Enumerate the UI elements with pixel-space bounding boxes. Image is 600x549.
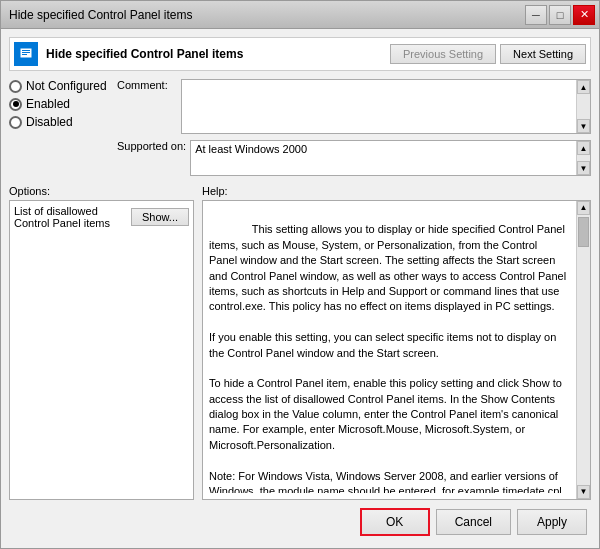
next-setting-button[interactable]: Next Setting <box>500 44 586 64</box>
right-panels: Comment: ▲ ▼ Supported on: <box>117 79 591 176</box>
title-bar: Hide specified Control Panel items ─ □ ✕ <box>1 1 599 29</box>
help-panel-label-wrapper: Help: <box>202 184 591 198</box>
not-configured-radio[interactable]: Not Configured <box>9 79 109 93</box>
help-panel: This setting allows you to display or hi… <box>202 200 591 500</box>
header-title: Hide specified Control Panel items <box>46 47 390 61</box>
not-configured-circle <box>9 80 22 93</box>
policy-icon <box>14 42 38 66</box>
enabled-label: Enabled <box>26 97 70 111</box>
options-content: List of disallowed Control Panel items S… <box>9 200 194 500</box>
show-button[interactable]: Show... <box>131 208 189 226</box>
supported-scroll-down[interactable]: ▼ <box>577 161 590 175</box>
main-body: Not Configured Enabled Disabled C <box>9 79 591 500</box>
options-panel: List of disallowed Control Panel items S… <box>9 200 194 500</box>
apply-button[interactable]: Apply <box>517 509 587 535</box>
options-panel-label: Options: <box>9 185 50 197</box>
help-scrollbar[interactable]: ▲ ▼ <box>576 201 590 499</box>
help-scroll-down[interactable]: ▼ <box>577 485 590 499</box>
enabled-radio[interactable]: Enabled <box>9 97 109 111</box>
svg-rect-1 <box>22 50 30 51</box>
help-content: This setting allows you to display or hi… <box>202 200 591 500</box>
bottom-section: List of disallowed Control Panel items S… <box>9 200 591 500</box>
radio-group: Not Configured Enabled Disabled <box>9 79 109 176</box>
scroll-up-arrow[interactable]: ▲ <box>577 80 590 94</box>
supported-section: Supported on: At least Windows 2000 ▲ ▼ <box>117 140 591 176</box>
comment-section: Comment: ▲ ▼ <box>117 79 591 134</box>
enabled-circle <box>9 98 22 111</box>
help-scroll-up[interactable]: ▲ <box>577 201 590 215</box>
top-section: Not Configured Enabled Disabled C <box>9 79 591 176</box>
header-row: Hide specified Control Panel items Previ… <box>9 37 591 71</box>
comment-scrollbar[interactable]: ▲ ▼ <box>576 80 590 133</box>
footer: OK Cancel Apply <box>9 500 591 540</box>
ok-button[interactable]: OK <box>360 508 430 536</box>
close-button[interactable]: ✕ <box>573 5 595 25</box>
not-configured-label: Not Configured <box>26 79 107 93</box>
cancel-button[interactable]: Cancel <box>436 509 511 535</box>
option-row: List of disallowed Control Panel items S… <box>14 205 189 229</box>
prev-setting-button[interactable]: Previous Setting <box>390 44 496 64</box>
main-window: Hide specified Control Panel items ─ □ ✕… <box>0 0 600 549</box>
window-title: Hide specified Control Panel items <box>9 8 192 22</box>
title-controls: ─ □ ✕ <box>525 5 595 25</box>
restore-button[interactable]: □ <box>549 5 571 25</box>
supported-label: Supported on: <box>117 140 186 152</box>
scroll-track <box>577 94 590 119</box>
supported-scrollbar[interactable]: ▲ ▼ <box>576 141 590 175</box>
help-text: This setting allows you to display or hi… <box>209 207 584 493</box>
minimize-button[interactable]: ─ <box>525 5 547 25</box>
comment-box[interactable]: ▲ ▼ <box>181 79 591 134</box>
help-panel-label: Help: <box>202 185 228 197</box>
supported-scroll-track <box>577 155 590 161</box>
disabled-radio[interactable]: Disabled <box>9 115 109 129</box>
disabled-label: Disabled <box>26 115 73 129</box>
supported-box: At least Windows 2000 ▲ ▼ <box>190 140 591 176</box>
supported-value: At least Windows 2000 <box>195 143 307 155</box>
help-text-content: This setting allows you to display or hi… <box>209 223 569 493</box>
svg-rect-2 <box>22 52 30 53</box>
help-scroll-track <box>577 215 590 485</box>
scroll-down-arrow[interactable]: ▼ <box>577 119 590 133</box>
svg-rect-3 <box>22 54 27 55</box>
comment-label: Comment: <box>117 79 177 134</box>
content-area: Hide specified Control Panel items Previ… <box>1 29 599 548</box>
panel-labels-row: Options: Help: <box>9 184 591 198</box>
nav-buttons: Previous Setting Next Setting <box>390 44 586 64</box>
options-panel-label-wrapper: Options: <box>9 184 194 198</box>
disallowed-items-label: List of disallowed Control Panel items <box>14 205 131 229</box>
supported-scroll-up[interactable]: ▲ <box>577 141 590 155</box>
disabled-circle <box>9 116 22 129</box>
